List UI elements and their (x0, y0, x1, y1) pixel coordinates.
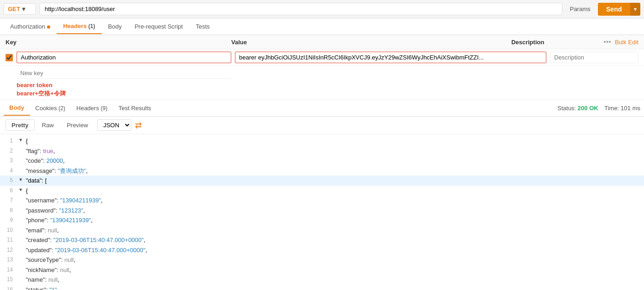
url-input[interactable] (40, 3, 562, 15)
response-status-area: Status: 200 OK Time: 101 ms (557, 105, 640, 112)
header-checkbox-0[interactable] (6, 54, 13, 61)
bulk-edit-button[interactable]: Bulk Edit (615, 39, 638, 46)
send-button[interactable]: Send (598, 3, 630, 16)
resp-tab-body[interactable]: Body (4, 101, 30, 116)
more-options-icon[interactable]: ••• (603, 38, 611, 46)
hint-area: bearer token bearer+空格+令牌 (0, 80, 644, 100)
method-chevron-icon: ▾ (22, 6, 25, 12)
time-value: 101 ms (621, 105, 640, 112)
hint-line1: bearer token (17, 82, 638, 89)
json-line: 8 "password": "123123", (0, 206, 644, 216)
hint-line2: bearer+空格+令牌 (17, 89, 638, 98)
json-line: 4 "message": "查询成功", (0, 166, 644, 176)
method-text: GET (8, 6, 20, 12)
json-line: 11 "created": "2019-03-06T15:40:47.000+0… (0, 235, 644, 245)
tab-body[interactable]: Body (102, 19, 129, 34)
col-actions: ••• Bulk Edit (603, 38, 638, 46)
json-line: 3 "code": 20000, (0, 156, 644, 166)
json-viewer: 1▼{2 "flag": true,3 "code": 20000,4 "mes… (0, 134, 644, 290)
response-tabs-row: Body Cookies (2) Headers (9) Test Result… (0, 100, 644, 117)
json-line: 15 "name": null, (0, 275, 644, 285)
resp-tab-cookies[interactable]: Cookies (2) (30, 101, 71, 115)
json-line: 7 "username": "13904211939", (0, 195, 644, 206)
request-tabs-row: Authorization Headers (1) Body Pre-reque… (0, 18, 644, 35)
method-select[interactable]: GET ▾ (4, 3, 36, 15)
json-line: 6▼ { (0, 186, 644, 196)
response-tabs-left: Body Cookies (2) Headers (9) Test Result… (4, 101, 157, 116)
status-label: Status: (557, 105, 576, 112)
format-select[interactable]: JSON XML HTML Text (97, 119, 131, 131)
new-key-input[interactable] (17, 68, 231, 79)
tab-tests[interactable]: Tests (189, 19, 216, 34)
tab-prerequest[interactable]: Pre-request Script (128, 19, 189, 34)
json-line: 13 "sourceType": null, (0, 255, 644, 265)
json-line: 1▼{ (0, 136, 644, 146)
params-button[interactable]: Params (566, 4, 594, 14)
col-key-label: Key (6, 39, 231, 46)
response-toolbar: Pretty Raw Preview JSON XML HTML Text ⇄ (0, 117, 644, 134)
preview-button[interactable]: Preview (61, 120, 94, 130)
json-line: 2 "flag": true, (0, 146, 644, 156)
col-value-label: Value (231, 39, 511, 46)
resp-tab-headers[interactable]: Headers (9) (71, 101, 113, 115)
header-desc-input-0[interactable] (550, 52, 638, 63)
url-bar: GET ▾ Params Send ▾ (0, 0, 644, 18)
resp-tab-testresults[interactable]: Test Results (113, 101, 157, 115)
headers-column-row: Key Value Description ••• Bulk Edit (0, 35, 644, 49)
send-arrow-button[interactable]: ▾ (630, 3, 640, 16)
send-button-wrap: Send ▾ (598, 3, 640, 16)
headers-area: Key Value Description ••• Bulk Edit bear… (0, 35, 644, 100)
json-line: 9 "phone": "13904211939", (0, 215, 644, 225)
json-line: 16 "status": "1", (0, 285, 644, 290)
status-value: 200 OK (578, 105, 598, 112)
filter-icon[interactable]: ⇄ (135, 120, 142, 130)
header-row-0 (0, 49, 644, 66)
header-value-input-0[interactable] (235, 52, 546, 63)
pretty-button[interactable]: Pretty (6, 119, 35, 131)
authorization-dot (47, 25, 50, 29)
time-label: Time: (604, 105, 619, 112)
header-key-input-0[interactable] (17, 52, 231, 63)
raw-button[interactable]: Raw (36, 120, 59, 130)
json-line: 10 "email": null, (0, 225, 644, 236)
tab-authorization[interactable]: Authorization (4, 19, 57, 34)
json-line: 12 "updated": "2019-03-06T15:40:47.000+0… (0, 245, 644, 255)
col-desc-label: Description (511, 39, 603, 46)
new-key-row (0, 66, 644, 80)
json-line: 14 "nickName": null, (0, 265, 644, 275)
json-line: 5▼ "data": [ (0, 176, 644, 186)
tab-headers[interactable]: Headers (1) (57, 19, 102, 34)
